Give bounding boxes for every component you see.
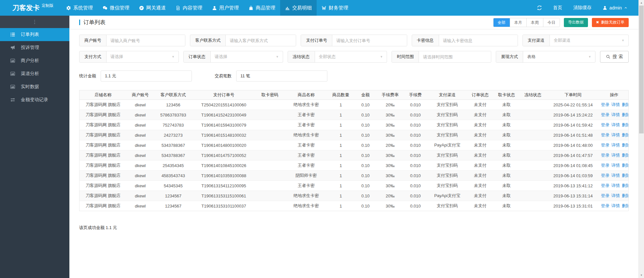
search-button[interactable]: 搜 索 <box>600 51 629 63</box>
filter-merchant-account-input[interactable] <box>107 35 185 46</box>
action-delete[interactable]: 删除 <box>622 203 629 208</box>
action-delete[interactable]: 删除 <box>622 102 629 107</box>
cell-account: dkewl <box>126 161 154 171</box>
top-menu-item-system[interactable]: 系统管理 <box>61 0 98 16</box>
action-detail[interactable]: 详情 <box>611 143 620 147</box>
range-tab-all[interactable]: 全部 <box>494 18 510 27</box>
range-tab-week[interactable]: 本周 <box>526 18 543 27</box>
filter-freeze-status-select[interactable]: 全部状态 <box>315 51 380 62</box>
top-menu-item-goods[interactable]: 商品管理 <box>244 0 280 16</box>
action-login[interactable]: 登录 <box>601 163 609 168</box>
filter-customer-contact-input[interactable] <box>226 35 296 46</box>
filter-order-status-select[interactable]: 请选择 <box>211 51 276 62</box>
stats-amount-box[interactable]: 1.1 元 <box>101 70 192 82</box>
filter-display-mode-select[interactable]: 表格 <box>523 51 588 62</box>
caret-down-icon: ▼ <box>172 55 179 58</box>
action-detail[interactable]: 详情 <box>611 193 620 198</box>
action-detail[interactable]: 详情 <box>611 163 620 168</box>
range-tab-today[interactable]: 今日 <box>543 18 560 27</box>
filter-pay-method-select[interactable]: 请选择 <box>107 51 172 62</box>
clear-cache-link[interactable]: 清除缓存 <box>573 5 592 11</box>
action-delete[interactable]: 删除 <box>622 143 629 147</box>
home-link[interactable]: 首页 <box>553 5 562 11</box>
cell-order-no: T190613153115100061 <box>193 191 255 201</box>
action-delete[interactable]: 删除 <box>622 173 629 178</box>
cell-amount: 0.10 <box>354 191 377 201</box>
top-menu-item-content[interactable]: 内容管理 <box>171 0 207 16</box>
action-delete[interactable]: 删除 <box>622 132 629 137</box>
filter-merchant-account-label: 商户账号 <box>79 35 107 46</box>
action-delete[interactable]: 删除 <box>622 153 629 158</box>
action-login[interactable]: 登录 <box>601 143 609 147</box>
action-login[interactable]: 登录 <box>601 153 609 158</box>
action-detail[interactable]: 详情 <box>611 153 620 158</box>
scrollbar-thumb[interactable] <box>639 6 644 133</box>
cell-freeze-status <box>520 161 546 171</box>
action-login[interactable]: 登录 <box>601 203 609 208</box>
filter-pay-channel-select[interactable]: 全部渠道 <box>550 35 622 46</box>
filter-pay-order-no: 支付订单号 <box>301 35 407 46</box>
stats-count-box[interactable]: 11 笔 <box>236 70 327 82</box>
action-login[interactable]: 登录 <box>601 102 609 107</box>
scrollbar-down-button[interactable]: ▼ <box>639 272 644 278</box>
top-menu-item-gateway[interactable]: P网关通道 <box>134 0 171 16</box>
action-detail[interactable]: 详情 <box>611 122 620 127</box>
action-delete[interactable]: 删除 <box>622 112 629 117</box>
top-menu-item-trades[interactable]: 交易明细 <box>280 0 317 16</box>
sidebar-item-merchant-analysis[interactable]: 商户分析 <box>0 54 69 67</box>
action-delete[interactable]: 删除 <box>622 183 629 188</box>
cell-freeze-status <box>520 201 546 211</box>
sidebar-item-complaints[interactable]: 投诉管理 <box>0 41 69 54</box>
sidebar-item-realtime-data[interactable]: 实时数据 <box>0 80 69 93</box>
action-login[interactable]: 登录 <box>601 112 609 117</box>
action-login[interactable]: 登录 <box>601 173 609 178</box>
filter-card-info-label: 卡密信息 <box>412 35 439 46</box>
delete-invalid-orders-button[interactable]: ✖ 删除无效订单 <box>592 18 629 27</box>
cell-order-status: 未支付 <box>467 140 494 150</box>
action-login[interactable]: 登录 <box>601 122 609 127</box>
filter-pay-order-no-input[interactable] <box>332 35 407 46</box>
action-detail[interactable]: 详情 <box>611 102 620 107</box>
cell-card-status: 未取 <box>494 191 520 201</box>
cell-account: dkewl <box>126 110 154 120</box>
sidebar-item-orders[interactable]: 订单列表 <box>0 28 69 41</box>
top-menu-item-users[interactable]: 用户管理 <box>207 0 244 16</box>
cell-time: 2019-06-14 01:51:48 <box>546 130 600 140</box>
action-delete[interactable]: 删除 <box>622 163 629 168</box>
cell-card-status: 未取 <box>494 100 520 110</box>
top-menu-item-wechat[interactable]: 微信管理 <box>98 0 134 16</box>
user-menu[interactable]: admin <box>603 5 627 10</box>
action-delete[interactable]: 删除 <box>622 193 629 198</box>
cell-fee-rate: 30‰ <box>377 181 403 191</box>
filter-card-info-input[interactable] <box>439 35 518 46</box>
cell-time: 2019-06-14 01:48:00 <box>546 140 600 150</box>
action-detail[interactable]: 详情 <box>611 132 620 137</box>
action-detail[interactable]: 详情 <box>611 183 620 188</box>
action-login[interactable]: 登录 <box>601 132 609 137</box>
action-login[interactable]: 登录 <box>601 183 609 188</box>
top-menu-item-finance[interactable]: 财务管理 <box>317 0 353 16</box>
scrollbar-up-button[interactable]: ▲ <box>639 0 644 6</box>
sidebar-item-balance-log[interactable]: 金额变动记录 <box>0 93 69 106</box>
refresh-icon[interactable] <box>537 5 542 10</box>
more-dots-icon[interactable]: ⋮ <box>0 16 69 28</box>
action-login[interactable]: 登录 <box>601 193 609 198</box>
app-logo[interactable]: 刀客发卡 定制版 <box>0 0 61 16</box>
cell-actions: 登录详情删除 <box>600 201 629 211</box>
cell-order-status: 未支付 <box>467 171 494 181</box>
export-data-button[interactable]: 导出数据 <box>564 18 588 27</box>
sidebar-item-channel-analysis[interactable]: 渠道分析 <box>0 67 69 80</box>
cell-actions: 登录详情删除 <box>600 130 629 140</box>
action-detail[interactable]: 详情 <box>611 173 620 178</box>
range-tab-month[interactable]: 本月 <box>510 18 526 27</box>
filter-card-info: 卡密信息 <box>412 35 518 46</box>
cell-shop: 刀客源码网 旗舰店 <box>79 201 127 211</box>
cell-fee: 0.010 <box>403 130 427 140</box>
action-detail[interactable]: 详情 <box>611 203 620 208</box>
cell-qty: 1 <box>328 120 354 130</box>
filter-time-range-input[interactable] <box>419 51 491 62</box>
orders-table: 店铺名称商户账号客户联系方式支付订单号取卡密码商品名称商品数量金额手续费率手续费… <box>79 90 629 211</box>
action-detail[interactable]: 详情 <box>611 112 620 117</box>
action-delete[interactable]: 删除 <box>622 122 629 127</box>
cell-amount: 0.10 <box>354 150 377 161</box>
